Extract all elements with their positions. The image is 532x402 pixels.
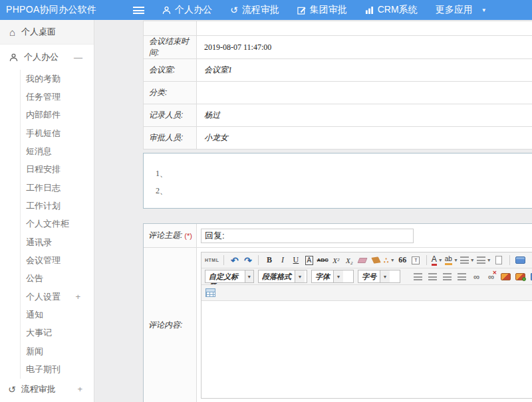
field-value-cell [197, 224, 532, 247]
insert-link-button[interactable]: ∞ [471, 270, 482, 282]
required-mark: (*) [184, 232, 192, 240]
redo-icon[interactable]: ↷ [242, 254, 253, 266]
sidebar-item-label: 流程审批 [21, 383, 56, 395]
sidebar-item-workflow-approval[interactable]: ↺ 流程审批 + [0, 379, 94, 400]
highlight-color-button[interactable]: ab▼ [445, 254, 458, 266]
heading-select[interactable]: 自定义标题 ▼ [205, 270, 254, 283]
align-justify-button[interactable] [456, 270, 467, 282]
meeting-info-table: 会议结束时间: 2019-08-07 11:47:00 会议室: 会议室1 分类… [143, 21, 532, 150]
font-style-button[interactable]: A [305, 256, 314, 265]
sidebar-item-personal-office[interactable]: 个人办公 — [0, 45, 94, 70]
image-upload-icon [515, 273, 525, 280]
expand-icon[interactable]: + [77, 384, 82, 394]
expand-icon[interactable]: + [75, 292, 80, 302]
nav-personal-office[interactable]: 个人办公 [162, 4, 212, 16]
sidebar-item-work-plan[interactable]: 工作计划 [21, 197, 94, 215]
meeting-content-box: 1、 2、 [143, 153, 532, 209]
upload-image-button[interactable] [515, 270, 526, 282]
superscript-button[interactable]: X² [331, 254, 342, 266]
sidebar-item-my-attendance[interactable]: 我的考勤 [21, 70, 94, 88]
strikethrough-button[interactable]: ABC [317, 254, 328, 266]
sidebar-item-personal-settings[interactable]: 个人设置 + [21, 288, 94, 306]
comment-content-editable-area[interactable] [201, 301, 532, 398]
sidebar-item-task-management[interactable]: 任务管理 [21, 88, 94, 106]
field-label: 审批人员: [144, 127, 197, 150]
align-left-button[interactable] [412, 270, 424, 282]
font-family-select[interactable]: 字体 ▼ [311, 270, 354, 283]
underline-button[interactable]: U [290, 254, 301, 266]
fullscreen-button[interactable] [515, 254, 526, 266]
sidebar-item-label: 新闻 [26, 346, 43, 357]
content-line: 2、 [156, 185, 532, 197]
italic-button[interactable]: I [277, 254, 288, 266]
align-right-icon [443, 273, 452, 280]
sidebar-item-personal-desktop[interactable]: ⌂ 个人桌面 [0, 20, 94, 45]
remove-link-button[interactable]: ∞✕ [485, 270, 497, 282]
insert-image-button[interactable] [500, 270, 511, 282]
sidebar-item-personal-files[interactable]: 个人文件柜 [21, 215, 94, 233]
nav-workflow-approval[interactable]: ↺ 流程审批 [230, 4, 279, 16]
hamburger-menu-icon[interactable] [133, 7, 144, 14]
sidebar-item-e-journal[interactable]: 电子期刊 [21, 361, 94, 379]
bold-button[interactable]: B [263, 254, 275, 266]
sidebar-item-short-message[interactable]: 短消息 [21, 142, 94, 160]
sidebar-item-notice[interactable]: 通知 [21, 306, 94, 324]
nav-more-apps[interactable]: 更多应用 ▼ [436, 4, 487, 16]
font-size-select[interactable]: 字号 ▼ [358, 270, 400, 283]
blockquote-button[interactable]: 66 [397, 254, 408, 266]
insert-media-button[interactable] [529, 270, 532, 282]
subscript-button[interactable]: X₂ [344, 254, 355, 266]
sidebar-item-schedule[interactable]: 日程安排 [21, 161, 94, 179]
nav-label: 个人办公 [175, 4, 212, 16]
caret-down-icon: ▼ [481, 7, 487, 13]
ordered-list-button[interactable]: ▼ [460, 254, 475, 266]
sidebar-item-events[interactable]: 大事记 [21, 324, 94, 342]
caret-down-icon: ▼ [470, 258, 475, 262]
nav-group-approval[interactable]: 集团审批 [297, 4, 347, 16]
sidebar-item-sms[interactable]: 手机短信 [21, 124, 94, 142]
insert-table-button[interactable] [205, 287, 216, 299]
font-color-button[interactable]: A▼ [432, 254, 443, 266]
collapse-icon[interactable]: — [74, 52, 82, 62]
table-row [144, 21, 532, 36]
rich-text-editor: HTML ↶ ↷ B I U A ABC X² X₂ ∴ [201, 252, 532, 399]
field-value: 小龙女 [197, 127, 532, 150]
sidebar-item-work-log[interactable]: 工作日志 [21, 179, 94, 197]
remove-format-button[interactable] [357, 254, 368, 266]
editor-toolbar-row-1: HTML ↶ ↷ B I U A ABC X² X₂ ∴ [201, 252, 532, 268]
source-code-button[interactable]: HTML [205, 254, 219, 266]
caret-down-icon: ▼ [295, 270, 305, 282]
unordered-list-icon [477, 256, 485, 264]
table-row: 分类: [144, 82, 532, 104]
sidebar-item-label: 公告 [26, 272, 43, 284]
sidebar-item-news[interactable]: 新闻 [21, 342, 94, 360]
nav-label: CRM系统 [378, 4, 418, 16]
paragraph-format-select[interactable]: 段落格式 ▼ [258, 270, 307, 283]
superscript-label: X² [332, 256, 339, 264]
sidebar-item-meeting-management[interactable]: 会议管理 [21, 251, 94, 269]
nav-crm-system[interactable]: CRM系统 [365, 4, 418, 16]
toolbar-separator [258, 255, 259, 265]
align-right-button[interactable] [442, 270, 453, 282]
undo-icon[interactable]: ↶ [229, 254, 240, 266]
new-page-button[interactable] [493, 254, 505, 266]
align-center-button[interactable] [427, 270, 438, 282]
paste-as-table-button[interactable]: T [410, 254, 422, 266]
comment-content-row: 评论内容: HTML ↶ ↷ B I U A ABC [144, 248, 532, 402]
paint-color-button[interactable]: ∴▼ [384, 254, 395, 266]
unordered-list-button[interactable]: ▼ [477, 254, 491, 266]
heading-select-value: 自定义标题 [205, 270, 245, 282]
field-label [144, 21, 197, 36]
table-row: 记录人员: 杨过 [144, 104, 532, 127]
format-brush-button[interactable] [370, 254, 382, 266]
comment-subject-input[interactable] [201, 229, 414, 243]
sidebar-item-label: 短消息 [26, 146, 52, 157]
paragraph-format-value: 段落格式 [259, 270, 295, 282]
font-size-value: 字号 [358, 270, 380, 282]
sidebar-item-internal-mail[interactable]: 内部邮件 [21, 106, 94, 124]
sidebar-item-contacts[interactable]: 通讯录 [21, 233, 94, 251]
content-line: 1、 [156, 168, 532, 179]
history-icon: ↺ [230, 5, 238, 15]
field-value: 杨过 [197, 104, 532, 127]
sidebar-item-announcement[interactable]: 公告 [21, 270, 94, 288]
